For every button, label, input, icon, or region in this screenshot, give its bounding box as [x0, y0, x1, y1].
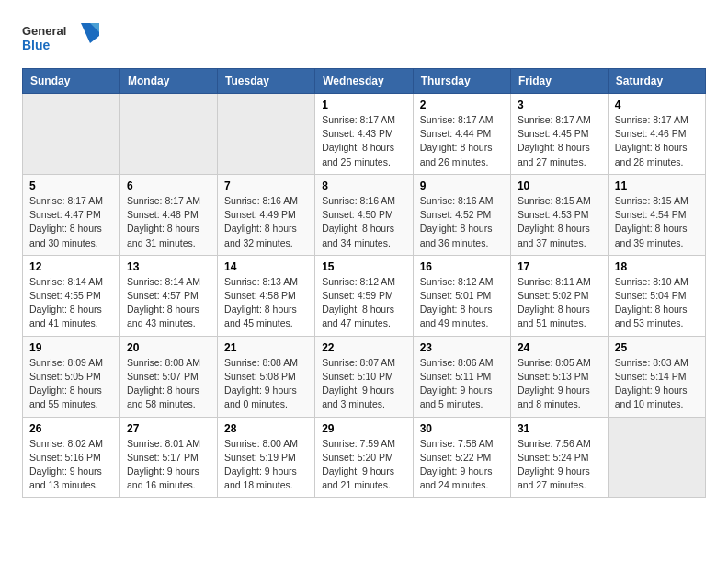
day-info: Sunrise: 7:58 AM Sunset: 5:22 PM Dayligh…	[420, 437, 504, 493]
day-info: Sunrise: 8:15 AM Sunset: 4:54 PM Dayligh…	[615, 194, 699, 250]
table-row: 1Sunrise: 8:17 AM Sunset: 4:43 PM Daylig…	[315, 94, 414, 175]
day-number: 23	[420, 341, 504, 354]
day-number: 4	[615, 98, 699, 111]
day-info: Sunrise: 8:17 AM Sunset: 4:48 PM Dayligh…	[127, 194, 210, 250]
table-row	[120, 94, 218, 175]
day-number: 17	[518, 260, 601, 273]
day-info: Sunrise: 7:59 AM Sunset: 5:20 PM Dayligh…	[322, 437, 406, 493]
day-info: Sunrise: 8:15 AM Sunset: 4:53 PM Dayligh…	[518, 194, 601, 250]
day-number: 25	[615, 341, 699, 354]
day-number: 31	[518, 422, 601, 435]
day-number: 15	[322, 260, 406, 273]
day-info: Sunrise: 8:08 AM Sunset: 5:08 PM Dayligh…	[224, 356, 308, 412]
weekday-header-friday: Friday	[510, 69, 608, 94]
day-info: Sunrise: 8:16 AM Sunset: 4:50 PM Dayligh…	[322, 194, 406, 250]
table-row: 10Sunrise: 8:15 AM Sunset: 4:53 PM Dayli…	[510, 174, 608, 255]
day-info: Sunrise: 8:00 AM Sunset: 5:19 PM Dayligh…	[224, 437, 308, 493]
day-number: 14	[224, 260, 308, 273]
calendar-week-row: 26Sunrise: 8:02 AM Sunset: 5:16 PM Dayli…	[23, 417, 706, 498]
day-number: 16	[420, 260, 504, 273]
weekday-header-row: SundayMondayTuesdayWednesdayThursdayFrid…	[23, 69, 706, 94]
table-row: 23Sunrise: 8:06 AM Sunset: 5:11 PM Dayli…	[413, 336, 510, 417]
table-row: 26Sunrise: 8:02 AM Sunset: 5:16 PM Dayli…	[23, 417, 120, 498]
table-row: 12Sunrise: 8:14 AM Sunset: 4:55 PM Dayli…	[23, 255, 120, 336]
day-info: Sunrise: 7:56 AM Sunset: 5:24 PM Dayligh…	[518, 437, 601, 493]
day-info: Sunrise: 8:01 AM Sunset: 5:17 PM Dayligh…	[127, 437, 210, 493]
day-number: 12	[29, 260, 113, 273]
day-info: Sunrise: 8:16 AM Sunset: 4:49 PM Dayligh…	[224, 194, 308, 250]
day-number: 28	[224, 422, 308, 435]
day-info: Sunrise: 8:09 AM Sunset: 5:05 PM Dayligh…	[29, 356, 113, 412]
table-row	[218, 94, 315, 175]
day-number: 2	[420, 98, 504, 111]
day-info: Sunrise: 8:14 AM Sunset: 4:55 PM Dayligh…	[29, 275, 113, 331]
table-row: 20Sunrise: 8:08 AM Sunset: 5:07 PM Dayli…	[120, 336, 218, 417]
logo-svg: General Blue	[22, 18, 77, 55]
weekday-header-tuesday: Tuesday	[218, 69, 315, 94]
table-row: 11Sunrise: 8:15 AM Sunset: 4:54 PM Dayli…	[608, 174, 705, 255]
table-row: 22Sunrise: 8:07 AM Sunset: 5:10 PM Dayli…	[315, 336, 414, 417]
table-row: 13Sunrise: 8:14 AM Sunset: 4:57 PM Dayli…	[120, 255, 218, 336]
day-number: 9	[420, 179, 504, 192]
table-row: 6Sunrise: 8:17 AM Sunset: 4:48 PM Daylig…	[120, 174, 218, 255]
day-info: Sunrise: 8:13 AM Sunset: 4:58 PM Dayligh…	[224, 275, 308, 331]
day-number: 26	[29, 422, 113, 435]
table-row: 5Sunrise: 8:17 AM Sunset: 4:47 PM Daylig…	[23, 174, 120, 255]
calendar-week-row: 12Sunrise: 8:14 AM Sunset: 4:55 PM Dayli…	[23, 255, 706, 336]
day-info: Sunrise: 8:05 AM Sunset: 5:13 PM Dayligh…	[518, 356, 601, 412]
day-info: Sunrise: 8:17 AM Sunset: 4:44 PM Dayligh…	[420, 113, 504, 169]
table-row: 18Sunrise: 8:10 AM Sunset: 5:04 PM Dayli…	[608, 255, 705, 336]
table-row: 14Sunrise: 8:13 AM Sunset: 4:58 PM Dayli…	[218, 255, 315, 336]
day-number: 10	[518, 179, 601, 192]
table-row: 31Sunrise: 7:56 AM Sunset: 5:24 PM Dayli…	[510, 417, 608, 498]
table-row: 4Sunrise: 8:17 AM Sunset: 4:46 PM Daylig…	[608, 94, 705, 175]
day-info: Sunrise: 8:17 AM Sunset: 4:43 PM Dayligh…	[322, 113, 406, 169]
day-number: 8	[322, 179, 406, 192]
table-row: 9Sunrise: 8:16 AM Sunset: 4:52 PM Daylig…	[413, 174, 510, 255]
day-number: 21	[224, 341, 308, 354]
day-number: 5	[29, 179, 113, 192]
day-info: Sunrise: 8:12 AM Sunset: 4:59 PM Dayligh…	[322, 275, 406, 331]
table-row: 19Sunrise: 8:09 AM Sunset: 5:05 PM Dayli…	[23, 336, 120, 417]
day-info: Sunrise: 8:17 AM Sunset: 4:45 PM Dayligh…	[518, 113, 601, 169]
table-row: 28Sunrise: 8:00 AM Sunset: 5:19 PM Dayli…	[218, 417, 315, 498]
day-info: Sunrise: 8:08 AM Sunset: 5:07 PM Dayligh…	[127, 356, 210, 412]
calendar: SundayMondayTuesdayWednesdayThursdayFrid…	[22, 68, 706, 498]
day-info: Sunrise: 8:14 AM Sunset: 4:57 PM Dayligh…	[127, 275, 210, 331]
day-number: 19	[29, 341, 113, 354]
day-number: 27	[127, 422, 210, 435]
logo: General Blue	[22, 18, 99, 55]
calendar-week-row: 5Sunrise: 8:17 AM Sunset: 4:47 PM Daylig…	[23, 174, 706, 255]
day-info: Sunrise: 8:17 AM Sunset: 4:46 PM Dayligh…	[615, 113, 699, 169]
day-number: 29	[322, 422, 406, 435]
day-info: Sunrise: 8:17 AM Sunset: 4:47 PM Dayligh…	[29, 194, 113, 250]
day-info: Sunrise: 8:02 AM Sunset: 5:16 PM Dayligh…	[29, 437, 113, 493]
day-number: 13	[127, 260, 210, 273]
header: General Blue	[22, 18, 706, 55]
day-info: Sunrise: 8:06 AM Sunset: 5:11 PM Dayligh…	[420, 356, 504, 412]
calendar-week-row: 19Sunrise: 8:09 AM Sunset: 5:05 PM Dayli…	[23, 336, 706, 417]
svg-text:General: General	[22, 24, 66, 38]
table-row: 7Sunrise: 8:16 AM Sunset: 4:49 PM Daylig…	[218, 174, 315, 255]
table-row	[608, 417, 705, 498]
day-number: 20	[127, 341, 210, 354]
weekday-header-monday: Monday	[120, 69, 218, 94]
day-number: 24	[518, 341, 601, 354]
table-row: 30Sunrise: 7:58 AM Sunset: 5:22 PM Dayli…	[413, 417, 510, 498]
weekday-header-sunday: Sunday	[23, 69, 120, 94]
svg-text:Blue: Blue	[22, 38, 51, 52]
day-info: Sunrise: 8:12 AM Sunset: 5:01 PM Dayligh…	[420, 275, 504, 331]
logo-arrow-icon	[81, 23, 99, 51]
day-number: 1	[322, 98, 406, 111]
day-number: 22	[322, 341, 406, 354]
table-row	[23, 94, 120, 175]
day-number: 11	[615, 179, 699, 192]
weekday-header-thursday: Thursday	[413, 69, 510, 94]
table-row: 29Sunrise: 7:59 AM Sunset: 5:20 PM Dayli…	[315, 417, 414, 498]
table-row: 25Sunrise: 8:03 AM Sunset: 5:14 PM Dayli…	[608, 336, 705, 417]
day-number: 30	[420, 422, 504, 435]
table-row: 21Sunrise: 8:08 AM Sunset: 5:08 PM Dayli…	[218, 336, 315, 417]
table-row: 17Sunrise: 8:11 AM Sunset: 5:02 PM Dayli…	[510, 255, 608, 336]
weekday-header-saturday: Saturday	[608, 69, 705, 94]
day-info: Sunrise: 8:07 AM Sunset: 5:10 PM Dayligh…	[322, 356, 406, 412]
